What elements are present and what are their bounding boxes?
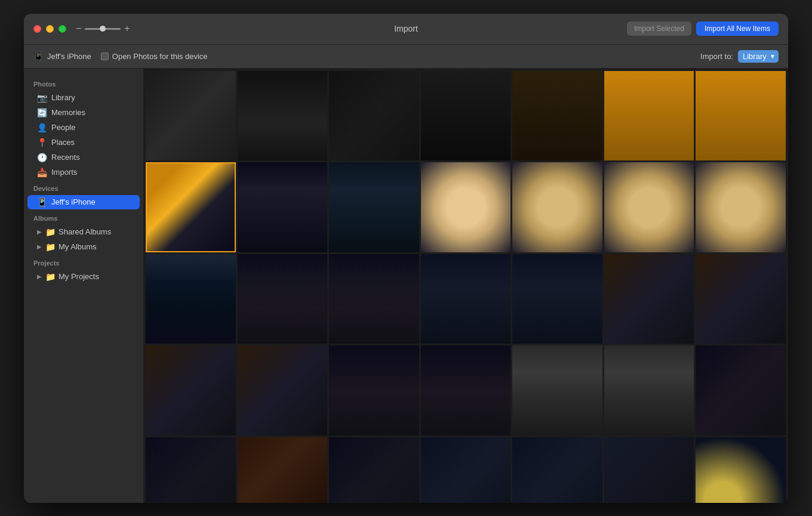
- photo-item[interactable]: [512, 345, 602, 435]
- main-content: Photos 📷 Library 🔄 Memories 👤 People 📍 P…: [24, 69, 788, 503]
- recents-icon: 🕐: [37, 153, 47, 162]
- photo-item[interactable]: [329, 345, 419, 435]
- photo-item[interactable]: [696, 162, 786, 252]
- photo-item[interactable]: [421, 162, 511, 252]
- import-all-button[interactable]: Import All New Items: [696, 21, 779, 36]
- photo-item[interactable]: [146, 71, 236, 161]
- sidebar-section-photos: Photos: [24, 76, 143, 90]
- photo-item[interactable]: [604, 345, 694, 435]
- places-icon: 📍: [37, 138, 47, 147]
- device-name: Jeff's iPhone: [47, 52, 91, 61]
- sidebar-section-albums: Albums: [24, 210, 143, 224]
- sidebar-item-places[interactable]: 📍 Places: [27, 135, 140, 150]
- open-photos-checkbox[interactable]: [101, 52, 109, 60]
- sidebar-item-shared-albums[interactable]: ▶ 📁 Shared Albums: [27, 225, 140, 239]
- chevron-right-icon-2: ▶: [37, 243, 42, 250]
- sidebar-item-recents[interactable]: 🕐 Recents: [27, 150, 140, 165]
- zoom-controls: − +: [76, 23, 130, 34]
- chevron-right-icon: ▶: [37, 228, 42, 235]
- sidebar-item-recents-label: Recents: [51, 153, 80, 162]
- sidebar: Photos 📷 Library 🔄 Memories 👤 People 📍 P…: [24, 69, 143, 503]
- photo-item[interactable]: [696, 345, 786, 435]
- photo-item[interactable]: [512, 437, 602, 503]
- photo-item[interactable]: [146, 345, 236, 435]
- photo-item[interactable]: [512, 162, 602, 252]
- photo-item[interactable]: [238, 162, 328, 252]
- photo-item[interactable]: [696, 254, 786, 344]
- device-label: 📱 Jeff's iPhone: [33, 51, 91, 61]
- photo-item[interactable]: [146, 254, 236, 344]
- photo-item[interactable]: [238, 437, 328, 503]
- window-title: Import: [394, 24, 418, 33]
- photo-grid-container: [143, 69, 788, 503]
- iphone-sidebar-icon: 📱: [37, 197, 47, 207]
- open-photos-text: Open Photos for this device: [112, 52, 208, 61]
- photo-item[interactable]: [421, 345, 511, 435]
- my-projects-icon: 📁: [45, 272, 55, 282]
- sidebar-item-my-albums[interactable]: ▶ 📁 My Albums: [27, 240, 140, 254]
- import-to-label: Import to:: [700, 52, 733, 61]
- photo-item[interactable]: [512, 71, 602, 161]
- sidebar-item-iphone-label: Jeff's iPhone: [51, 197, 96, 206]
- my-albums-icon: 📁: [45, 242, 55, 252]
- chevron-right-icon-3: ▶: [37, 273, 42, 280]
- import-toolbar: 📱 Jeff's iPhone Open Photos for this dev…: [24, 45, 788, 69]
- imports-icon: 📥: [37, 168, 47, 177]
- import-destination-dropdown-wrap: Library Album ▼: [738, 50, 779, 63]
- traffic-lights: [33, 25, 66, 33]
- people-icon: 👤: [37, 123, 47, 132]
- sidebar-item-people[interactable]: 👤 People: [27, 120, 140, 135]
- photo-item[interactable]: [512, 254, 602, 344]
- sidebar-item-places-label: Places: [51, 138, 75, 147]
- photo-item[interactable]: [238, 345, 328, 435]
- photo-item[interactable]: [696, 71, 786, 161]
- sidebar-section-projects: Projects: [24, 255, 143, 269]
- sidebar-item-imports[interactable]: 📥 Imports: [27, 165, 140, 180]
- photo-item[interactable]: [329, 437, 419, 503]
- import-to-control: Import to: Library Album ▼: [700, 50, 779, 63]
- photo-item[interactable]: [421, 71, 511, 161]
- photo-item[interactable]: [329, 254, 419, 344]
- photo-item[interactable]: [604, 437, 694, 503]
- minimize-button[interactable]: [46, 25, 54, 33]
- photo-item[interactable]: [421, 437, 511, 503]
- photo-item[interactable]: [146, 162, 236, 252]
- sidebar-section-devices: Devices: [24, 180, 143, 194]
- sidebar-item-memories-label: Memories: [51, 108, 85, 117]
- sidebar-item-jeffs-iphone[interactable]: 📱 Jeff's iPhone: [27, 195, 140, 209]
- iphone-icon: 📱: [33, 51, 44, 61]
- photo-item[interactable]: [696, 437, 786, 503]
- shared-albums-label: Shared Albums: [59, 227, 111, 236]
- sidebar-item-library[interactable]: 📷 Library: [27, 91, 140, 105]
- photo-item[interactable]: [146, 437, 236, 503]
- memories-icon: 🔄: [37, 108, 47, 118]
- my-albums-label: My Albums: [59, 242, 97, 251]
- photo-item[interactable]: [604, 162, 694, 252]
- app-window: − + Import Import Selected Import All Ne…: [24, 14, 788, 503]
- photo-item[interactable]: [238, 254, 328, 344]
- photo-item[interactable]: [238, 71, 328, 161]
- library-icon: 📷: [37, 93, 47, 103]
- close-button[interactable]: [33, 25, 41, 33]
- sidebar-item-imports-label: Imports: [51, 168, 77, 177]
- photo-grid: [146, 71, 786, 503]
- import-selected-button[interactable]: Import Selected: [627, 21, 691, 36]
- photo-item[interactable]: [421, 254, 511, 344]
- zoom-minus-icon[interactable]: −: [76, 23, 81, 34]
- sidebar-item-my-projects[interactable]: ▶ 📁 My Projects: [27, 270, 140, 284]
- maximize-button[interactable]: [59, 25, 66, 33]
- sidebar-item-people-label: People: [51, 123, 75, 132]
- open-photos-option: Open Photos for this device: [101, 52, 208, 61]
- titlebar-actions: Import Selected Import All New Items: [627, 21, 779, 36]
- photo-item[interactable]: [604, 71, 694, 161]
- zoom-slider[interactable]: [85, 28, 121, 30]
- import-destination-dropdown[interactable]: Library Album: [738, 50, 779, 63]
- shared-albums-icon: 📁: [45, 227, 55, 237]
- titlebar: − + Import Import Selected Import All Ne…: [24, 14, 788, 45]
- sidebar-item-memories[interactable]: 🔄 Memories: [27, 106, 140, 120]
- zoom-plus-icon[interactable]: +: [124, 23, 130, 34]
- zoom-thumb: [100, 26, 106, 32]
- photo-item[interactable]: [329, 71, 419, 161]
- photo-item[interactable]: [604, 254, 694, 344]
- photo-item[interactable]: [329, 162, 419, 252]
